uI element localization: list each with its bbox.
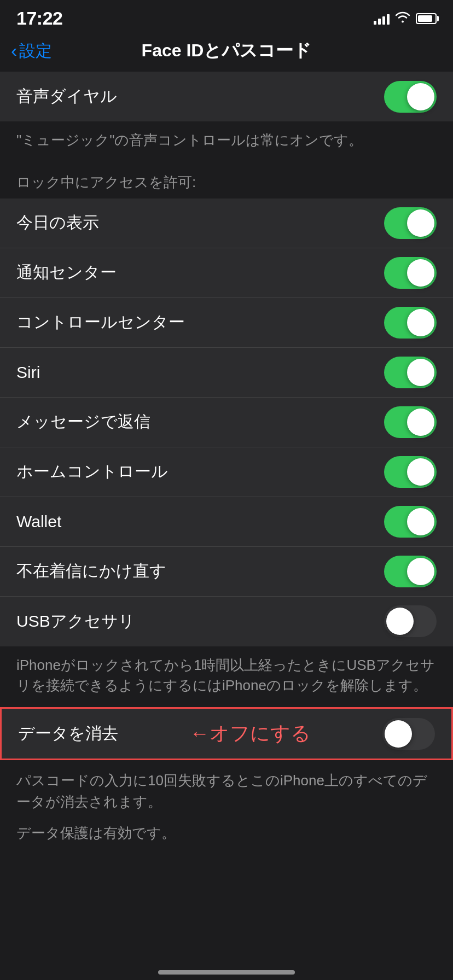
back-button[interactable]: ‹ 設定 [11, 40, 77, 62]
today-view-toggle[interactable] [384, 207, 437, 239]
today-view-label: 今日の表示 [16, 212, 99, 234]
signal-icon [374, 13, 390, 25]
row-control-center[interactable]: コントロールセンター [0, 298, 453, 348]
row-reply-message[interactable]: メッセージで返信 [0, 398, 453, 447]
row-missed-call[interactable]: 不在着信にかけ直す [0, 547, 453, 597]
page-title: Face IDとパスコード [77, 39, 376, 63]
wallet-label: Wallet [16, 512, 61, 531]
siri-toggle[interactable] [384, 357, 437, 388]
notification-center-label: 通知センター [16, 261, 117, 284]
lock-access-header: ロック中にアクセスを許可: [0, 162, 453, 199]
missed-call-toggle[interactable] [384, 556, 437, 587]
voice-dial-toggle[interactable] [384, 81, 437, 113]
battery-icon [416, 13, 437, 24]
home-bar [158, 970, 295, 975]
data-protection-text: データ保護は有効です。 [0, 819, 453, 850]
status-bar: 17:22 [0, 0, 453, 34]
row-home-control[interactable]: ホームコントロール [0, 447, 453, 497]
missed-call-label: 不在着信にかけ直す [16, 560, 166, 582]
row-usb-accessory[interactable]: USBアクセサリ [0, 597, 453, 646]
home-control-label: ホームコントロール [16, 460, 168, 483]
wallet-toggle[interactable] [384, 506, 437, 538]
usb-accessory-label: USBアクセサリ [16, 610, 135, 633]
reply-message-label: メッセージで返信 [16, 411, 150, 433]
wifi-icon [395, 11, 410, 26]
back-label: 設定 [19, 40, 52, 62]
row-siri[interactable]: Siri [0, 348, 453, 398]
back-chevron-icon: ‹ [11, 41, 17, 60]
usb-info-text: iPhoneがロックされてから1時間以上経ったときにUSBアクセサリを接続できる… [0, 646, 453, 707]
nav-bar: ‹ 設定 Face IDとパスコード [0, 34, 453, 72]
erase-arrow-text: ←オフにする [118, 720, 382, 747]
control-center-toggle[interactable] [384, 307, 437, 339]
status-time: 17:22 [16, 8, 62, 29]
home-indicator [0, 961, 453, 980]
settings-group-voicedial: 音声ダイヤル [0, 72, 453, 121]
row-wallet[interactable]: Wallet [0, 497, 453, 547]
control-center-label: コントロールセンター [16, 311, 185, 334]
voice-dial-label: 音声ダイヤル [16, 85, 117, 108]
erase-data-label: データを消去 [18, 722, 118, 745]
siri-label: Siri [16, 363, 40, 382]
settings-group-lock-access: 今日の表示 通知センター コントロールセンター Si [0, 199, 453, 646]
erase-data-section: データを消去 ←オフにする [0, 707, 453, 760]
row-notification-center[interactable]: 通知センター [0, 248, 453, 298]
reply-message-toggle[interactable] [384, 406, 437, 438]
notification-center-toggle[interactable] [384, 257, 437, 289]
row-today-view[interactable]: 今日の表示 [0, 199, 453, 248]
status-icons [374, 11, 437, 26]
home-control-toggle[interactable] [384, 456, 437, 488]
row-erase-data[interactable]: データを消去 ←オフにする [2, 709, 451, 759]
usb-accessory-toggle[interactable] [384, 605, 437, 637]
erase-data-toggle[interactable] [382, 718, 435, 750]
erase-data-info: パスコードの入力に10回失敗するとこのiPhone上のすべてのデータが消去されま… [0, 760, 453, 819]
row-voice-dial[interactable]: 音声ダイヤル [0, 72, 453, 121]
music-info-text: "ミュージック"の音声コントロールは常にオンです。 [0, 121, 453, 162]
